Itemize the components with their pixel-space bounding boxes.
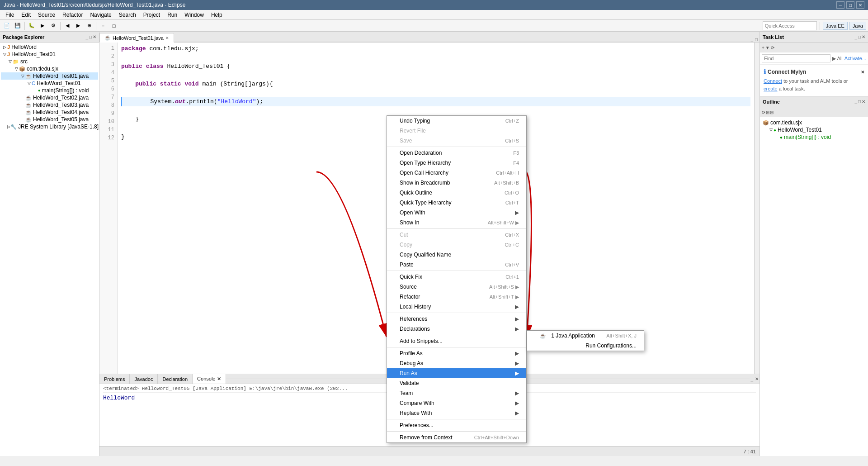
outline-maximize[interactable]: □ [858,99,861,104]
save-button[interactable]: 💾 [13,21,23,31]
toolbar-btn3[interactable]: ⚙ [48,21,58,31]
ctx-copy-qualified-name[interactable]: Copy Qualified Name [387,250,526,260]
task-list-maximize[interactable]: □ [858,34,861,39]
bottom-tab-console[interactable]: Console ✕ [193,374,226,384]
ctx-profile-as[interactable]: Profile As ▶ [387,348,526,358]
editor-scrollbar[interactable] [754,43,760,374]
menu-help[interactable]: Help [208,11,226,19]
expand-jre[interactable]: ▷ [7,124,10,129]
create-link[interactable]: create [764,86,778,91]
ctx-quick-fix[interactable]: Quick Fix Ctrl+1 [387,272,526,282]
ctx-open-declaration[interactable]: Open Declaration F3 [387,148,526,158]
task-find-input[interactable] [762,54,830,62]
tree-item-package[interactable]: ▽ 📦 com.tledu.sjx [1,65,98,72]
menu-edit[interactable]: Edit [18,11,34,19]
ctx-open-call-hierarchy[interactable]: Open Call Hierarchy Ctrl+Alt+H [387,168,526,178]
ctx-run-as[interactable]: Run As ▶ [387,368,526,378]
ctx-refactor[interactable]: Refactor Alt+Shift+T ▶ [387,292,526,302]
expand-java-main[interactable]: ▽ [20,73,25,79]
outline-item-class[interactable]: ▽ ● HelloWord_Test01 [762,126,866,133]
ctx-local-history[interactable]: Local History ▶ [387,302,526,312]
ctx-add-to-snippets[interactable]: Add to Snippets... [387,336,526,346]
run-button[interactable]: ▶ [38,21,47,31]
ctx-revert-file[interactable]: Revert File [387,126,526,136]
ctx-show-breadcrumb[interactable]: Show in Breadcrumb Alt+Shift+B [387,178,526,188]
close-mylyn-button[interactable]: ✕ [861,70,864,75]
tree-item-src[interactable]: ▽ 📁 src [1,58,98,65]
ctx-quick-outline[interactable]: Quick Outline Ctrl+O [387,188,526,198]
run-configurations[interactable]: Run Configurations... [527,341,644,351]
outline-btn3[interactable]: ⊟ [770,110,774,115]
outline-item-method[interactable]: ● main(String[]) : void [762,133,866,141]
expand-helloword-test01[interactable]: ▽ [2,52,7,57]
menu-refactor[interactable]: Refactor [59,11,86,19]
maximize-panel-button[interactable]: □ [89,34,92,39]
minimize-button[interactable]: ─ [836,1,844,9]
menu-source[interactable]: Source [34,11,59,19]
outline-btn2[interactable]: ⊞ [766,110,769,115]
tree-item-java-5[interactable]: ☕ HelloWord_Test05.java [1,116,98,123]
minimize-panel-button[interactable]: _ [85,34,88,39]
ctx-replace-with[interactable]: Replace With ▶ [387,408,526,418]
ctx-compare-with[interactable]: Compare With ▶ [387,398,526,408]
bottom-panel-close[interactable]: ✕ [755,376,759,381]
toolbar-btn5[interactable]: ≡ [98,21,108,31]
task-btn3[interactable]: ⟳ [771,45,774,50]
close-panel-button[interactable]: ✕ [93,34,96,39]
ctx-quick-type-hierarchy[interactable]: Quick Type Hierarchy Ctrl+T [387,198,526,208]
menu-window[interactable]: Window [181,11,208,19]
tab-close-button[interactable]: ✕ [165,36,169,40]
editor-minimize-button[interactable]: _ [750,37,753,42]
task-filter-button[interactable]: ▼ [765,45,770,50]
tree-item-jre[interactable]: ▷ 🔧 JRE System Library [JavaSE-1.8] [1,123,98,130]
ctx-preferences[interactable]: Preferences... [387,420,526,430]
outline-minimize[interactable]: _ [854,99,857,104]
task-list-close[interactable]: ✕ [862,34,865,39]
connect-link[interactable]: Connect [764,78,782,84]
forward-button[interactable]: ▶ [73,21,83,31]
ctx-validate[interactable]: Validate [387,378,526,388]
debug-button[interactable]: 🐛 [27,21,37,31]
tree-item-helloword[interactable]: ▷ J HelloWord [1,43,98,51]
java-button[interactable]: Java [849,22,866,30]
toolbar-btn4[interactable]: ⊕ [84,21,94,31]
outline-close[interactable]: ✕ [862,99,865,104]
ctx-cut[interactable]: Cut Ctrl+X [387,230,526,240]
task-new-button[interactable]: + [762,45,764,50]
back-button[interactable]: ◀ [62,21,72,31]
menu-file[interactable]: File [2,11,18,19]
tree-item-main-method[interactable]: ● main(String[]) : void [1,87,98,94]
ctx-save[interactable]: Save Ctrl+S [387,136,526,146]
run-as-java-application[interactable]: ☕ 1 Java Application Alt+Shift+X, J [527,331,644,341]
outline-btn1[interactable]: ⟳ [762,110,765,115]
expand-class[interactable]: ▽ [26,81,32,86]
ctx-source[interactable]: Source Alt+Shift+S ▶ [387,282,526,292]
task-list-minimize[interactable]: _ [854,34,857,39]
java-ee-button[interactable]: Java EE [823,22,848,30]
ctx-show-in[interactable]: Show In Alt+Shift+W ▶ [387,218,526,228]
ctx-open-type-hierarchy[interactable]: Open Type Hierarchy F4 [387,158,526,168]
expand-src[interactable]: ▽ [7,59,13,64]
menu-search[interactable]: Search [115,11,140,19]
menu-run[interactable]: Run [164,11,181,19]
close-button[interactable]: ✕ [856,1,864,9]
ctx-paste[interactable]: Paste Ctrl+V [387,260,526,270]
ctx-undo-typing[interactable]: Undo Typing Ctrl+Z [387,116,526,126]
expand-package[interactable]: ▽ [14,66,19,71]
ctx-references[interactable]: References ▶ [387,314,526,324]
tree-item-java-2[interactable]: ☕ HelloWord_Test02.java [1,94,98,101]
expand-helloword[interactable]: ▷ [2,44,7,50]
expand-outline-class[interactable]: ▽ [768,127,774,133]
activate-link[interactable]: Activate... [844,56,866,61]
ctx-declarations[interactable]: Declarations ▶ [387,324,526,334]
tree-item-class[interactable]: ▽ C HelloWord_Test01 [1,80,98,87]
editor-tab-main[interactable]: ☕ HelloWord_Test01.java ✕ [99,33,174,43]
tree-item-java-main[interactable]: ▽ ☕ HelloWord_Test01.java [1,72,98,80]
ctx-team[interactable]: Team ▶ [387,388,526,398]
editor-maximize-button[interactable]: □ [755,37,758,42]
menu-navigate[interactable]: Navigate [86,11,115,19]
tree-item-helloword-test01[interactable]: ▽ J HelloWord_Test01 [1,51,98,58]
menu-project[interactable]: Project [140,11,164,19]
bottom-panel-controls[interactable]: _ [750,376,753,381]
maximize-button[interactable]: □ [846,1,854,9]
